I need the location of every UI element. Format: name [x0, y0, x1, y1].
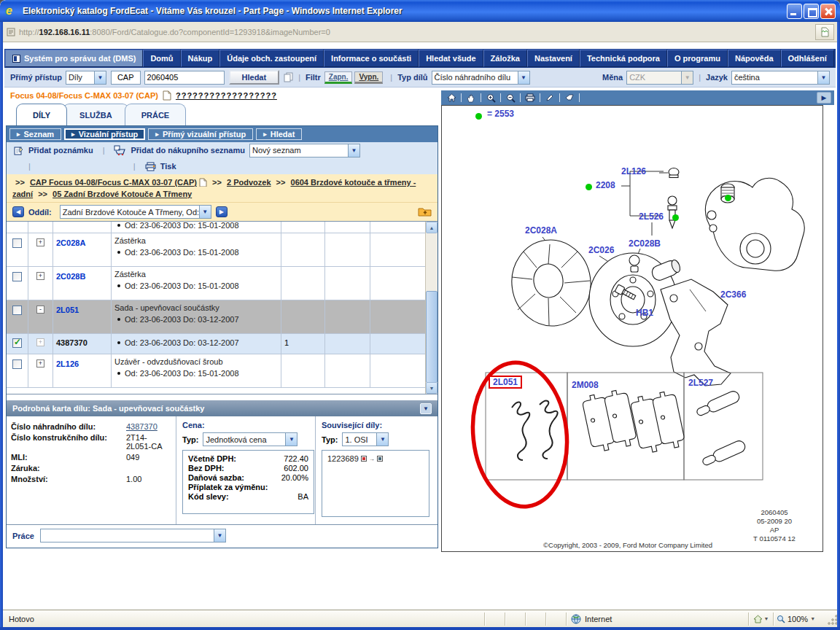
scrollbar-thumb[interactable] — [426, 291, 438, 383]
menu-purchase[interactable]: Nákup — [181, 50, 220, 67]
part-code-input[interactable] — [144, 71, 225, 85]
menu-dms[interactable]: Systém pro správu dat (DMS) — [5, 50, 143, 67]
diagram-label-2c366[interactable]: 2C366 — [720, 289, 746, 300]
diagram-label-2208[interactable]: 2208 — [596, 180, 615, 190]
home-icon[interactable] — [444, 92, 459, 104]
table-row-4387370-checked[interactable]: + 4387370 Od: 23-06-2003 Do: 03-12-2007 … — [7, 334, 425, 354]
resize-grip[interactable] — [827, 612, 837, 626]
next-section-button[interactable]: ▶ — [216, 206, 228, 217]
diagram-label-2l526[interactable]: 2L526 — [639, 211, 664, 222]
diagram-label-2c026[interactable]: 2C026 — [588, 245, 614, 255]
tab-dily[interactable]: DÍLY — [16, 104, 67, 125]
subnav-primy-vizualni-pristup[interactable]: Přímý vizuální přístup — [148, 128, 253, 140]
section-select[interactable]: Zadní Brzdové Kotouče A Třmeny, Od: 23-0… — [60, 205, 211, 219]
price-type-select[interactable]: Jednotková cena▼ — [203, 432, 298, 446]
row-checkbox-checked[interactable] — [12, 338, 22, 348]
zoom-in-icon[interactable] — [483, 92, 498, 104]
add-note-link[interactable]: Přidat poznámku — [28, 146, 93, 155]
part-number-link[interactable]: 4387370 — [126, 422, 158, 431]
minimize-button[interactable] — [787, 4, 802, 19]
expand-panel-button[interactable]: ▶ — [817, 92, 831, 104]
refresh-page-button[interactable] — [815, 24, 834, 40]
part-type-select[interactable]: Číslo náhradního dílu▼ — [432, 71, 530, 85]
diagram-label-2c028a[interactable]: 2C028A — [525, 225, 557, 236]
folder-up-icon[interactable] — [418, 206, 432, 218]
pan-hand-icon[interactable] — [464, 92, 478, 104]
menu-dealer-data[interactable]: Údaje obch. zastoupení — [219, 50, 324, 67]
zoom-out-icon[interactable] — [503, 92, 518, 104]
table-row-partial[interactable]: Od: 23-06-2003 Do: 15-01-2008 — [7, 222, 425, 233]
diagram-label-2c028b[interactable]: 2C028B — [629, 238, 661, 249]
eraser-icon[interactable] — [562, 92, 577, 104]
maximize-button[interactable] — [804, 4, 819, 19]
diagram-label-2l126[interactable]: 2L126 — [621, 166, 646, 176]
expand-toggle[interactable]: + — [36, 238, 44, 246]
breadcrumb-section-link[interactable]: 05 Zadní Brzdové Kotouče A Třmeny — [52, 190, 192, 198]
filter-off-button[interactable]: Vypn. — [354, 71, 383, 84]
shopping-list-select[interactable]: Nový seznam▼ — [249, 144, 360, 158]
direct-access-select[interactable]: Díly▼ — [66, 71, 106, 85]
row-checkbox[interactable] — [12, 306, 22, 315]
expand-toggle[interactable]: + — [36, 272, 44, 280]
related-part-item[interactable]: 1223689 → — [327, 454, 424, 463]
table-scrollbar[interactable]: ▲ ▼ — [425, 222, 438, 394]
copy-icon[interactable] — [284, 72, 293, 82]
row-checkbox[interactable] — [12, 238, 22, 248]
breadcrumb-chassis-link[interactable]: 2 Podvozek — [227, 178, 271, 187]
add-to-shopping-list-link[interactable]: Přidat do nákupního seznamu — [131, 146, 244, 155]
vehicle-question-link[interactable]: ?????????????????? — [176, 91, 277, 100]
tab-prace[interactable]: PRÁCE — [125, 104, 187, 125]
box-label-2l051-highlighted[interactable]: 2L051 — [489, 376, 522, 389]
expand-toggle[interactable]: + — [36, 359, 44, 368]
table-row-2l051-selected[interactable]: - 2L051 Sada - upevňovací součástkyOd: 2… — [7, 300, 425, 334]
menu-home[interactable]: Domů — [143, 50, 180, 67]
previous-section-button[interactable]: ◀ — [12, 206, 24, 217]
print-icon[interactable] — [523, 92, 537, 104]
subnav-hledat[interactable]: Hledat — [256, 128, 302, 140]
menu-part-info[interactable]: Informace o součásti — [324, 50, 419, 67]
breadcrumb-vehicle-link[interactable]: CAP Focus 04-08/Focus C-MAX 03-07 (CAP) — [30, 178, 197, 187]
diagram-label-hb1[interactable]: HB1 — [636, 308, 653, 318]
scroll-up-button[interactable]: ▲ — [426, 222, 438, 233]
url-field[interactable]: http://192.168.16.11:8080/Ford/Catalogue… — [16, 25, 812, 39]
zoom-control[interactable]: 100% ▼ — [773, 612, 827, 626]
part-code-link[interactable]: 2C028A — [56, 238, 85, 247]
box-label-2m008[interactable]: 2M008 — [572, 380, 599, 390]
collapse-detail-button[interactable]: ▼ — [420, 403, 432, 414]
collapse-toggle[interactable]: - — [36, 306, 44, 314]
tab-sluzba[interactable]: SLUŽBA — [63, 104, 129, 125]
subnav-seznam[interactable]: Seznam — [9, 128, 61, 140]
menu-settings[interactable]: Nastavení — [527, 50, 580, 67]
pen-icon[interactable] — [542, 92, 557, 104]
copyright-text: ©Copyright, 2003 - 2009, Ford Motor Comp… — [508, 541, 748, 549]
document-icon[interactable] — [163, 90, 171, 101]
language-select[interactable]: čeština▼ — [731, 71, 830, 85]
menu-logout[interactable]: Odhlášení — [781, 50, 834, 67]
menu-help[interactable]: Nápověda — [728, 50, 781, 67]
filter-on-button[interactable]: Zapn. — [324, 71, 353, 84]
subnav-vizualni-pristup[interactable]: Vizuální přístup — [64, 128, 145, 140]
close-button[interactable] — [820, 4, 836, 19]
work-select[interactable]: ▼ — [40, 529, 226, 542]
protected-mode-button[interactable]: ▼ — [748, 612, 773, 626]
field-label: Číslo konstrukčního dílu: — [11, 433, 126, 451]
part-code-link[interactable]: 2L051 — [56, 306, 79, 314]
table-row-2c028a[interactable]: + 2C028A ZástěrkaOd: 23-06-2003 Do: 15-0… — [7, 233, 425, 267]
menu-tech-support[interactable]: Technická podpora — [580, 50, 667, 67]
search-button[interactable]: Hledat — [229, 70, 280, 85]
part-code-link[interactable]: 2C028B — [56, 272, 85, 281]
box-label-2l527[interactable]: 2L527 — [688, 378, 713, 388]
table-row-2c028b[interactable]: + 2C028B ZástěrkaOd: 23-06-2003 Do: 15-0… — [7, 267, 425, 300]
part-number[interactable]: 4387370 — [56, 338, 88, 347]
table-row-2l126[interactable]: + 2L126 Uzávěr - odvzdušňovací šroubOd: … — [7, 354, 425, 388]
document-icon[interactable] — [199, 178, 207, 187]
menu-about[interactable]: O programu — [667, 50, 728, 67]
scroll-down-button[interactable]: ▼ — [426, 382, 438, 394]
menu-bookmark[interactable]: Záložka — [483, 50, 527, 67]
menu-search-all[interactable]: Hledat všude — [419, 50, 483, 67]
print-link[interactable]: Tisk — [160, 162, 176, 171]
part-code-link[interactable]: 2L126 — [56, 359, 79, 368]
row-checkbox[interactable] — [12, 359, 22, 369]
row-checkbox[interactable] — [12, 272, 22, 281]
related-type-select[interactable]: 1. OSI▼ — [342, 432, 389, 446]
